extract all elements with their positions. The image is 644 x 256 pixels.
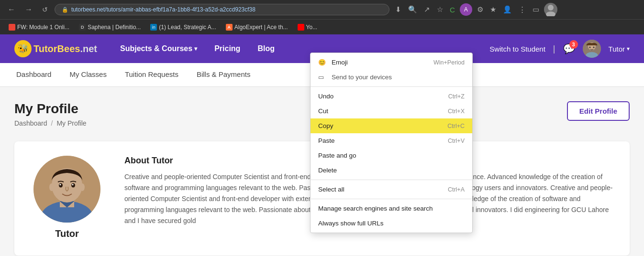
svg-point-5	[589, 47, 590, 48]
sub-nav-my-classes[interactable]: My Classes	[67, 63, 109, 87]
nav-pricing[interactable]: Pricing	[206, 34, 249, 63]
svg-point-13	[60, 184, 61, 185]
emoji-left: 😊 Emoji	[318, 59, 348, 66]
copy-left: Copy	[318, 122, 333, 129]
context-menu-select-all[interactable]: Select all Ctrl+A	[311, 182, 472, 197]
logo-text: TutorBees.net	[33, 43, 97, 54]
svg-point-6	[593, 47, 594, 48]
svg-point-15	[49, 183, 54, 191]
edit-profile-button[interactable]: Edit Profile	[567, 101, 630, 121]
svg-point-11	[59, 183, 63, 188]
emoji-icon: 😊	[318, 59, 327, 66]
notification-badge: 3	[569, 40, 578, 49]
context-menu-send-devices[interactable]: ▭ Send to your devices	[311, 70, 472, 85]
nav-blog[interactable]: Blog	[249, 34, 283, 63]
share-icon[interactable]: ↗	[422, 3, 432, 16]
bookmark-saphena[interactable]: D Saphena | Definitio...	[75, 22, 144, 32]
bookmark-gmail[interactable]: FW: Module 1 Onli...	[5, 22, 73, 32]
send-devices-left: ▭ Send to your devices	[318, 74, 392, 81]
context-menu-search-engines[interactable]: Manage search engines and site search	[311, 201, 472, 216]
extension-c-icon[interactable]: C	[448, 4, 457, 16]
copy-shortcut: Ctrl+C	[447, 123, 465, 129]
select-all-label: Select all	[318, 186, 344, 193]
nav-subjects[interactable]: Subjects & Courses ▾	[111, 34, 206, 63]
paste-left: Paste	[318, 137, 335, 144]
more-menu-icon[interactable]: ⋮	[517, 3, 528, 16]
download-icon[interactable]: ⬇	[393, 3, 403, 16]
notification-bell[interactable]: 💬 3	[563, 43, 575, 54]
breadcrumb-separator: /	[51, 119, 53, 127]
zoom-icon[interactable]: 🔍	[406, 3, 419, 16]
search-engines-left: Manage search engines and site search	[318, 205, 433, 212]
breadcrumb-dashboard[interactable]: Dashboard	[14, 119, 47, 127]
tutor-dropdown-icon: ▾	[627, 45, 630, 52]
bookmark-star-icon[interactable]: ★	[488, 3, 498, 16]
svg-point-1	[546, 11, 555, 16]
cut-label: Cut	[318, 107, 328, 115]
context-menu-emoji[interactable]: 😊 Emoji Win+Period	[311, 55, 472, 70]
refresh-button[interactable]: ↺	[39, 4, 51, 15]
logo-net: .net	[80, 43, 97, 54]
bookmark-saphena-label: Saphena | Definitio...	[88, 24, 141, 31]
context-menu-paste-go[interactable]: Paste and go	[311, 148, 472, 163]
forward-button[interactable]: →	[22, 3, 35, 16]
nav-avatar[interactable]	[583, 40, 601, 58]
address-bar[interactable]: 🔒 tutorbees.net/tutors/amir-abbas-efbf1a…	[55, 4, 389, 15]
paste-go-left: Paste and go	[318, 152, 356, 159]
logo-bees: Bees	[57, 43, 80, 54]
divider-3	[311, 199, 472, 199]
back-button[interactable]: ←	[5, 3, 18, 16]
extensions-icon[interactable]: ⚙	[475, 3, 485, 16]
select-all-left: Select all	[318, 186, 344, 193]
context-menu-undo[interactable]: Undo Ctrl+Z	[311, 89, 472, 104]
chevron-down-icon: ▾	[194, 45, 197, 52]
bookmark-linkedin[interactable]: in (1) Lead, Strategic A...	[146, 22, 220, 32]
browser-chrome: ← → ↺ 🔒 tutorbees.net/tutors/amir-abbas-…	[0, 0, 644, 19]
cut-left: Cut	[318, 107, 328, 115]
algoexpert-favicon: A	[226, 24, 233, 31]
svg-point-12	[71, 183, 75, 188]
context-menu-show-urls[interactable]: Always show full URLs	[311, 216, 472, 231]
bookmarks-bar: FW: Module 1 Onli... D Saphena | Definit…	[0, 19, 644, 34]
profile-left-section: Tutor	[29, 156, 105, 241]
context-menu-cut[interactable]: Cut Ctrl+X	[311, 104, 472, 118]
paste-go-label: Paste and go	[318, 152, 356, 159]
bookmark-youtube-label: Yo...	[306, 24, 318, 31]
bookmark-algoexpert-label: AlgoExpert | Ace th...	[234, 24, 288, 31]
search-engines-label: Manage search engines and site search	[318, 205, 433, 212]
paste-label: Paste	[318, 137, 335, 144]
profile-icon[interactable]: 👤	[501, 3, 514, 16]
site-logo[interactable]: 🐝 TutorBees.net	[14, 40, 97, 57]
browser-profile-avatar[interactable]	[544, 3, 557, 16]
undo-left: Undo	[318, 93, 333, 100]
bookmark-algoexpert[interactable]: A AlgoExpert | Ace th...	[222, 22, 292, 32]
gmail-favicon	[9, 24, 15, 31]
bookmark-gmail-label: FW: Module 1 Onli...	[17, 24, 69, 31]
bookmark-youtube[interactable]: Yo...	[294, 22, 322, 32]
svg-point-16	[80, 183, 85, 191]
sub-nav-bills-payments[interactable]: Bills & Payments	[195, 63, 253, 87]
context-menu-delete[interactable]: Delete	[311, 163, 472, 178]
send-devices-icon: ▭	[318, 74, 327, 81]
browser-actions: ⬇ 🔍 ↗ ☆ C A ⚙ ★ 👤 ⋮ ▭	[393, 3, 557, 16]
site-nav-right: Switch to Student | 💬 3 Tutor ▾	[489, 40, 630, 58]
svg-point-14	[72, 184, 74, 185]
svg-point-0	[548, 5, 554, 11]
sub-nav-tuition-requests[interactable]: Tuition Requests	[123, 63, 180, 87]
switch-to-student-button[interactable]: Switch to Student	[489, 45, 545, 53]
logo-tutor: Tutor	[33, 43, 57, 54]
cut-shortcut: Ctrl+X	[448, 108, 465, 115]
avatar-icon[interactable]: A	[460, 3, 472, 16]
bookmark-linkedin-label: (1) Lead, Strategic A...	[159, 24, 216, 31]
copy-label: Copy	[318, 122, 333, 129]
emoji-label: Emoji	[332, 59, 348, 66]
sub-nav-dashboard[interactable]: Dashboard	[14, 63, 53, 87]
url-text: tutorbees.net/tutors/amir-abbas-efbf1a7a…	[71, 6, 255, 13]
star-icon[interactable]: ☆	[435, 3, 445, 16]
context-menu-copy[interactable]: Copy Ctrl+C	[311, 118, 472, 133]
delete-label: Delete	[318, 167, 337, 174]
profile-name: Tutor	[55, 228, 79, 239]
tablet-icon[interactable]: ▭	[531, 3, 541, 16]
nav-tutor-label[interactable]: Tutor ▾	[609, 45, 630, 53]
context-menu-paste[interactable]: Paste Ctrl+V	[311, 133, 472, 148]
